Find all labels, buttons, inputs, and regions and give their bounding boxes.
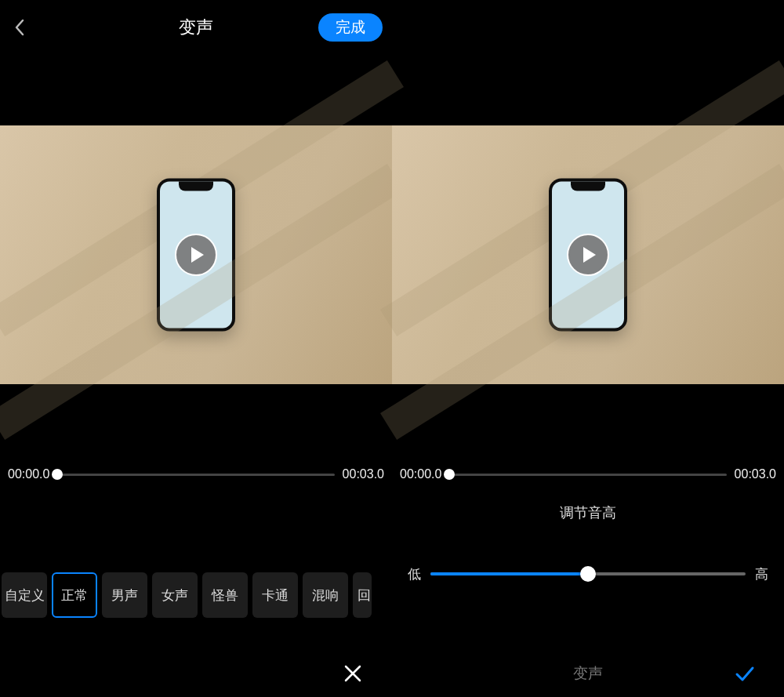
chevron-left-icon xyxy=(14,19,25,36)
back-button[interactable] xyxy=(14,19,25,36)
timeline-start-time: 00:00.0 xyxy=(8,467,49,481)
header: 变声 完成 xyxy=(0,0,392,55)
right-pane: 00:00.0 00:03.0 调节音高 低 高 变声 xyxy=(392,0,784,697)
bottom-bar-left xyxy=(0,650,392,697)
confirm-button[interactable] xyxy=(729,663,760,684)
effect-chip-cartoon[interactable]: 卡通 xyxy=(252,572,298,618)
voice-effects-row: 自定义 正常 男声 女声 怪兽 卡通 混响 回 xyxy=(0,572,392,618)
effect-chip-female[interactable]: 女声 xyxy=(152,572,198,618)
timeline-start-time: 00:00.0 xyxy=(400,467,441,481)
effect-chip-monster[interactable]: 怪兽 xyxy=(202,572,248,618)
timeline-thumb[interactable] xyxy=(444,469,455,480)
timeline-end-time: 00:03.0 xyxy=(735,467,776,481)
timeline-end-time: 00:03.0 xyxy=(343,467,384,481)
done-button[interactable]: 完成 xyxy=(318,13,383,42)
bottom-bar-right: 变声 xyxy=(392,650,784,697)
video-preview-right[interactable] xyxy=(392,125,784,384)
timeline-thumb[interactable] xyxy=(52,469,63,480)
video-preview-left[interactable] xyxy=(0,125,392,384)
effect-chip-echo[interactable]: 回 xyxy=(353,572,372,618)
effect-chip-normal[interactable]: 正常 xyxy=(52,572,97,618)
cancel-button[interactable] xyxy=(337,663,368,684)
pitch-high-label: 高 xyxy=(755,565,768,583)
effect-chip-reverb[interactable]: 混响 xyxy=(303,572,348,618)
play-button[interactable] xyxy=(567,234,609,276)
header-right xyxy=(392,0,784,55)
timeline-right: 00:00.0 00:03.0 xyxy=(400,463,776,486)
pitch-low-label: 低 xyxy=(408,565,421,583)
pitch-title: 调节音高 xyxy=(392,503,784,522)
close-icon xyxy=(342,663,364,684)
play-button[interactable] xyxy=(175,234,217,276)
check-icon xyxy=(734,663,756,684)
pitch-slider: 低 高 xyxy=(408,564,768,583)
bottom-bar-title: 变声 xyxy=(447,663,729,684)
timeline-track[interactable] xyxy=(449,474,726,476)
timeline-track[interactable] xyxy=(57,474,334,476)
pitch-thumb[interactable] xyxy=(580,566,596,582)
left-pane: 变声 完成 00:00.0 00:03.0 自定义 正常 男声 女声 怪兽 卡通… xyxy=(0,0,392,697)
timeline-left: 00:00.0 00:03.0 xyxy=(8,463,384,486)
pitch-fill xyxy=(430,572,588,575)
pitch-track[interactable] xyxy=(430,572,746,575)
effect-chip-custom[interactable]: 自定义 xyxy=(2,572,47,618)
effect-chip-male[interactable]: 男声 xyxy=(102,572,147,618)
